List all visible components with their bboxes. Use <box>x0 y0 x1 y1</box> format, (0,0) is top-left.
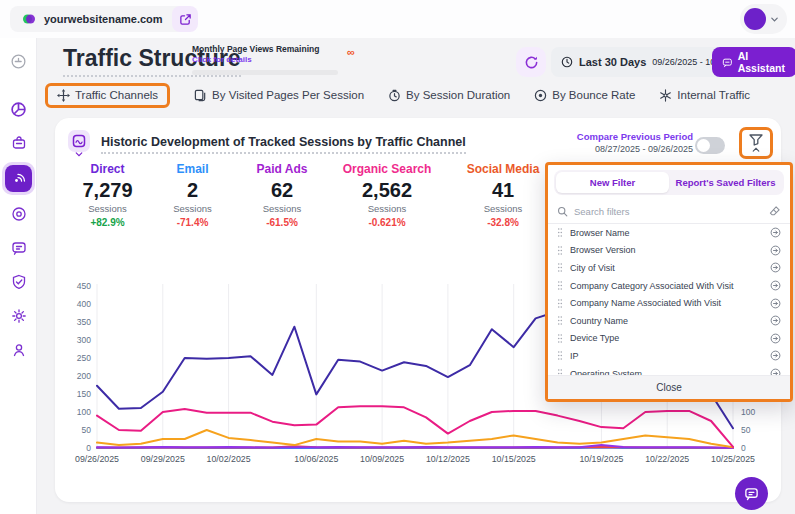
x-axis-label: 09/29/2025 <box>141 454 185 464</box>
filter-item[interactable]: Browser Version <box>548 242 790 260</box>
arrow-right-circle-icon[interactable] <box>770 280 781 291</box>
stat-value: 2,562 <box>335 179 439 202</box>
y-axis-label-left: 0 <box>86 443 91 453</box>
stat-value: 62 <box>236 179 328 202</box>
sidebar-item-history[interactable] <box>0 46 37 76</box>
drag-handle-icon[interactable] <box>557 315 563 326</box>
arrow-right-circle-icon[interactable] <box>770 315 781 326</box>
filter-item[interactable]: Browser Name <box>548 224 790 242</box>
drag-handle-icon[interactable] <box>557 262 563 273</box>
sidebar-item-statistics-active[interactable] <box>2 162 35 195</box>
arrow-right-circle-icon[interactable] <box>770 227 781 238</box>
sidebar-item-companies[interactable] <box>0 128 37 158</box>
sidebar-item-behavior[interactable] <box>0 199 37 229</box>
arrow-right-circle-icon[interactable] <box>770 262 781 273</box>
tab-internal-traffic[interactable]: Internal Traffic <box>659 89 750 102</box>
stat-value: 2 <box>150 179 235 202</box>
sidebar-item-dashboard[interactable] <box>0 94 37 124</box>
y-axis-label-left: 450 <box>77 281 91 291</box>
filter-search-input[interactable] <box>574 206 763 217</box>
stat-unit: Sessions <box>335 203 439 214</box>
chat-bubble-icon <box>11 240 27 256</box>
filter-item-label: IP <box>570 351 763 361</box>
infinity-quota-value: ∞ <box>347 46 355 58</box>
sidebar-item-communication[interactable] <box>0 233 37 263</box>
tab-bounce-rate[interactable]: By Bounce Rate <box>534 89 635 102</box>
ai-assistant-button[interactable]: AI Assistant <box>712 47 795 77</box>
sidebar-item-privacy[interactable] <box>0 267 37 297</box>
tab-label: Internal Traffic <box>677 89 750 101</box>
filter-list: Browser NameBrowser VersionCity of Visit… <box>548 224 790 375</box>
tab-traffic-channels[interactable]: Traffic Channels <box>45 83 170 108</box>
compare-toggle-off[interactable] <box>695 137 725 154</box>
filter-item[interactable]: IP <box>548 347 790 365</box>
chevron-up-icon <box>752 147 760 152</box>
y-axis-label-left: 100 <box>77 407 91 417</box>
traffic-channels-icon <box>57 89 70 102</box>
stat-organic-search: Organic Search 2,562 Sessions -0.621% <box>335 162 439 228</box>
history-icon <box>10 53 27 70</box>
site-favicon <box>22 12 36 26</box>
filter-item[interactable]: Company Name Associated With Visit <box>548 294 790 312</box>
user-menu[interactable] <box>740 4 787 34</box>
arrow-right-circle-icon[interactable] <box>770 245 781 256</box>
report-tabs: Traffic Channels By Visited Pages Per Se… <box>45 82 750 108</box>
ai-assistant-label: AI Assistant <box>738 50 788 74</box>
filter-item[interactable]: Company Category Associated With Visit <box>548 277 790 295</box>
stat-unit: Sessions <box>65 203 150 214</box>
filter-item[interactable]: Device Type <box>548 330 790 348</box>
drag-handle-icon[interactable] <box>557 298 563 309</box>
filter-item-label: Company Category Associated With Visit <box>570 281 763 291</box>
tab-session-duration[interactable]: By Session Duration <box>388 89 510 102</box>
arrow-right-circle-icon[interactable] <box>770 298 781 309</box>
drag-handle-icon[interactable] <box>557 245 563 256</box>
filter-tab-saved[interactable]: Report's Saved Filters <box>669 172 782 193</box>
sidebar-item-visitors[interactable] <box>0 335 37 365</box>
filter-close-button[interactable]: Close <box>548 375 790 399</box>
filter-item-label: Browser Name <box>570 228 763 238</box>
y-axis-label-right: 0 <box>741 443 746 453</box>
refresh-button[interactable] <box>516 47 546 77</box>
filter-search-row <box>548 199 790 224</box>
chat-bubble-icon <box>722 56 733 69</box>
x-axis-label: 10/02/2025 <box>207 454 251 464</box>
target-icon <box>11 206 27 222</box>
eraser-icon[interactable] <box>769 205 781 217</box>
y-axis-label-left: 400 <box>77 299 91 309</box>
sidebar-item-settings[interactable] <box>0 301 37 331</box>
timer-icon <box>388 89 401 102</box>
drag-handle-icon[interactable] <box>557 280 563 291</box>
x-axis-label: 10/25/2025 <box>711 454 755 464</box>
drag-handle-icon[interactable] <box>557 350 563 361</box>
main-content: Traffic Structure Monthly Page Views Rem… <box>37 38 795 514</box>
y-axis-label-left: 350 <box>77 317 91 327</box>
page-views-quota: Monthly Page Views Remaining Click for d… <box>192 44 342 75</box>
sidebar <box>0 38 37 514</box>
open-website-button[interactable] <box>172 6 198 32</box>
compare-label: Compare Previous Period <box>577 131 693 142</box>
y-axis-label-left: 150 <box>77 389 91 399</box>
widget-type-selector[interactable] <box>67 130 91 158</box>
support-chat-button[interactable] <box>735 477 768 510</box>
website-name: yourwebsitename.com <box>44 13 163 25</box>
arrow-right-circle-icon[interactable] <box>770 350 781 361</box>
filter-tab-new[interactable]: New Filter <box>556 172 669 193</box>
compare-range: 08/27/2025 - 09/26/2025 <box>577 144 693 154</box>
drag-handle-icon[interactable] <box>557 368 563 375</box>
pages-icon <box>194 89 207 102</box>
stat-email: Email 2 Sessions -71.4% <box>150 162 235 228</box>
drag-handle-icon[interactable] <box>557 333 563 344</box>
arrow-right-circle-icon[interactable] <box>770 368 781 375</box>
tab-visited-pages[interactable]: By Visited Pages Per Session <box>194 89 364 102</box>
website-selector[interactable]: yourwebsitename.com <box>10 6 193 32</box>
filter-item-label: Device Type <box>570 333 763 343</box>
filter-item[interactable]: Country Name <box>548 312 790 330</box>
tab-label: Traffic Channels <box>75 89 158 101</box>
filter-button[interactable] <box>739 127 773 159</box>
arrow-right-circle-icon[interactable] <box>770 333 781 344</box>
filter-item[interactable]: City of Visit <box>548 259 790 277</box>
drag-handle-icon[interactable] <box>557 227 563 238</box>
person-pin-icon <box>11 342 27 358</box>
filter-item[interactable]: Operating System <box>548 365 790 375</box>
quota-details-link[interactable]: Click for details <box>192 55 342 64</box>
